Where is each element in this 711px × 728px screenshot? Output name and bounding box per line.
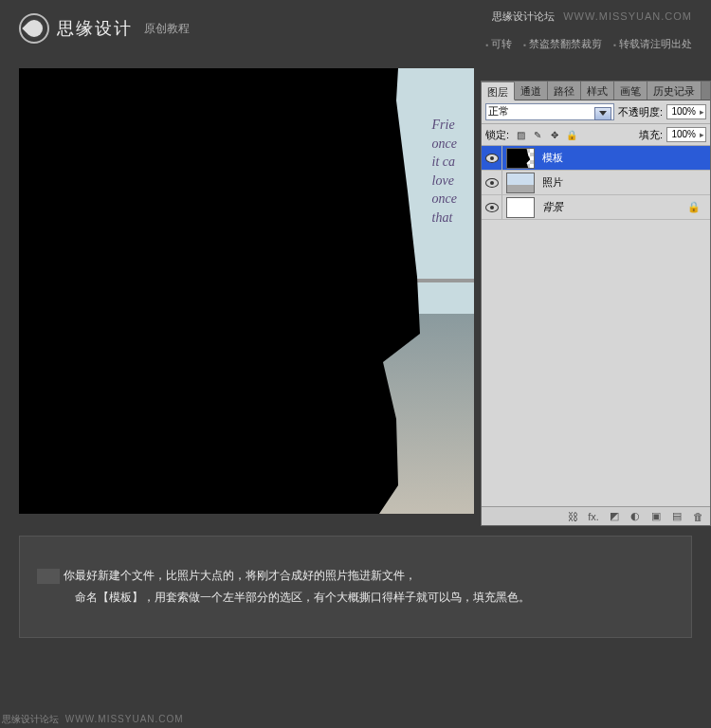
layer-list: 模板 照片 背景 🔒 — [482, 146, 710, 506]
layer-group-icon[interactable]: ▣ — [649, 510, 663, 523]
tab-paths[interactable]: 路径 — [548, 82, 581, 100]
logo-icon — [19, 13, 49, 44]
lock-paint-icon[interactable]: ✎ — [530, 127, 545, 142]
logo-text: 思缘设计 — [57, 17, 133, 40]
blend-mode-value: 正常 — [488, 105, 509, 117]
lock-all-icon[interactable]: 🔒 — [564, 127, 579, 142]
layers-panel: 图层 通道 路径 样式 画笔 历史记录 正常 不透明度: 100% 锁定: ▨ … — [481, 81, 711, 526]
lock-fill-row: 锁定: ▨ ✎ ✥ 🔒 填充: 100% — [482, 124, 710, 146]
layer-name[interactable]: 照片 — [538, 175, 710, 190]
tab-brushes[interactable]: 画笔 — [614, 82, 647, 100]
page-header: 思缘设计 原创教程 思缘设计论坛 WWW.MISSYUAN.COM 可转 禁盗禁… — [0, 0, 711, 57]
layer-mask-icon[interactable]: ◩ — [608, 510, 621, 523]
footer-title: 思缘设计论坛 — [2, 714, 59, 724]
layer-effects-icon[interactable]: fx. — [587, 510, 600, 523]
svg-marker-0 — [19, 68, 420, 514]
caption-line-1: 你最好新建个文件，比照片大点的，将刚才合成好的照片拖进新文件， — [37, 565, 674, 587]
link-layers-icon[interactable]: ⛓ — [566, 510, 579, 523]
watermark-url: WWW.MISSYUAN.COM — [563, 10, 692, 22]
canvas[interactable]: Frie once it ca love once that — [19, 68, 474, 514]
lock-transparency-icon[interactable]: ▨ — [513, 127, 528, 142]
opacity-label: 不透明度: — [618, 105, 663, 119]
caption-line-2: 命名【模板】，用套索做一个左半部分的选区，有个大概撕口得样子就可以鸟，填充黑色。 — [37, 587, 674, 609]
layer-name[interactable]: 模板 — [538, 151, 710, 165]
visibility-toggle[interactable] — [482, 146, 502, 170]
eye-icon — [485, 154, 499, 163]
visibility-toggle[interactable] — [482, 171, 502, 194]
tab-history[interactable]: 历史记录 — [647, 82, 702, 100]
rule-item: 禁盗禁翻禁裁剪 — [523, 37, 602, 51]
blend-mode-select[interactable]: 正常 — [485, 103, 614, 120]
watermark-top: 思缘设计论坛 WWW.MISSYUAN.COM — [492, 9, 692, 24]
rule-item: 可转 — [485, 37, 512, 51]
adjustment-layer-icon[interactable]: ◐ — [629, 510, 642, 523]
new-layer-icon[interactable]: ▤ — [670, 510, 684, 523]
eye-icon — [485, 178, 499, 188]
caption-highlight — [37, 569, 60, 584]
tab-styles[interactable]: 样式 — [581, 82, 614, 100]
lock-label: 锁定: — [485, 128, 509, 142]
header-rules: 可转 禁盗禁翻禁裁剪 转载请注明出处 — [485, 37, 692, 51]
tab-layers[interactable]: 图层 — [482, 82, 515, 100]
delete-layer-icon[interactable]: 🗑 — [691, 510, 704, 523]
layer-name[interactable]: 背景 — [538, 200, 687, 214]
lock-position-icon[interactable]: ✥ — [547, 127, 562, 142]
svg-marker-1 — [507, 149, 530, 169]
panel-footer: ⛓ fx. ◩ ◐ ▣ ▤ 🗑 — [482, 506, 710, 525]
lock-icon: 🔒 — [687, 201, 701, 213]
fill-input[interactable]: 100% — [666, 127, 706, 142]
blend-opacity-row: 正常 不透明度: 100% — [482, 100, 710, 124]
watermark-title: 思缘设计论坛 — [492, 10, 555, 22]
visibility-toggle[interactable] — [482, 195, 502, 219]
watermark-bottom: 思缘设计论坛 WWW.MISSYUAN.COM — [2, 713, 184, 726]
logo-subtitle: 原创教程 — [144, 21, 190, 37]
fill-label: 填充: — [639, 128, 663, 142]
lock-icons: ▨ ✎ ✥ 🔒 — [513, 127, 579, 142]
rule-item: 转载请注明出处 — [613, 37, 692, 51]
template-black-shape — [19, 68, 474, 514]
tab-channels[interactable]: 通道 — [515, 82, 548, 100]
eye-icon — [485, 203, 499, 212]
layer-thumbnail[interactable] — [506, 148, 535, 169]
layer-row-template[interactable]: 模板 — [482, 146, 710, 171]
layer-row-photo[interactable]: 照片 — [482, 171, 710, 195]
panel-tabs: 图层 通道 路径 样式 画笔 历史记录 — [482, 82, 710, 100]
layer-row-background[interactable]: 背景 🔒 — [482, 195, 710, 220]
layer-thumbnail[interactable] — [506, 197, 535, 218]
opacity-input[interactable]: 100% — [666, 104, 706, 119]
layer-thumbnail[interactable] — [506, 173, 535, 193]
chevron-down-icon — [599, 111, 607, 116]
logo: 思缘设计 原创教程 — [19, 13, 190, 44]
tutorial-caption: 你最好新建个文件，比照片大点的，将刚才合成好的照片拖进新文件， 命名【模板】，用… — [19, 536, 692, 638]
footer-url: WWW.MISSYUAN.COM — [65, 714, 184, 724]
